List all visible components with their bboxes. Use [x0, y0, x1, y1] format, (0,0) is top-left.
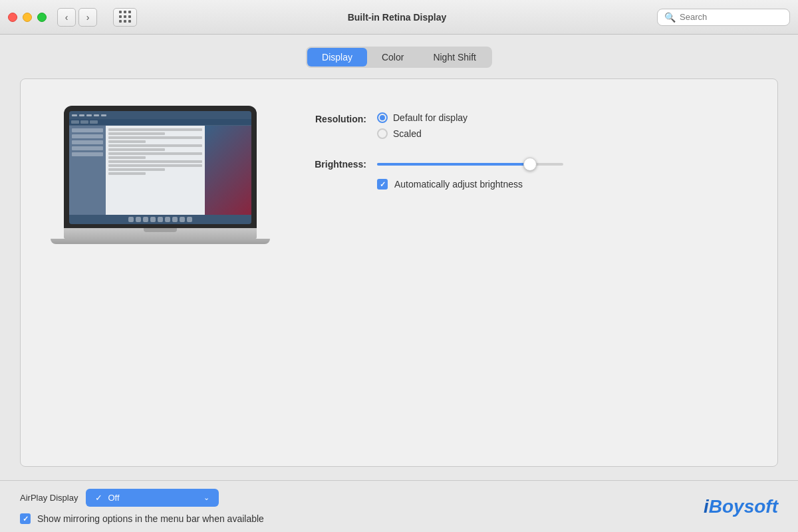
maximize-button[interactable] — [37, 13, 47, 22]
laptop-preview — [61, 106, 260, 239]
tab-display[interactable]: Display — [307, 48, 367, 66]
brightness-slider-track — [377, 163, 563, 166]
airplay-value: Off — [108, 493, 198, 503]
search-input[interactable] — [680, 12, 783, 22]
brightness-slider-fill — [377, 163, 530, 166]
tab-color[interactable]: Color — [367, 48, 418, 66]
auto-brightness-label: Automatically adjust brightness — [394, 179, 523, 190]
mirror-check-icon: ✓ — [23, 515, 29, 523]
auto-brightness-row[interactable]: ✓ Automatically adjust brightness — [377, 179, 563, 190]
bottom-left: AirPlay Display ✓ Off ⌄ ✓ Show mirroring… — [20, 489, 704, 524]
forward-button[interactable]: › — [78, 8, 97, 27]
airplay-dropdown[interactable]: ✓ Off ⌄ — [86, 489, 219, 507]
brightness-label: Brightness: — [300, 158, 366, 170]
content-panel: Resolution: Default for display Scaled — [20, 78, 778, 467]
traffic-lights — [8, 13, 47, 22]
settings-controls: Resolution: Default for display Scaled — [300, 106, 737, 190]
resolution-scaled-label: Scaled — [393, 128, 422, 139]
airplay-chevron-icon: ⌄ — [203, 493, 209, 502]
laptop-notch — [144, 228, 177, 232]
search-icon: 🔍 — [664, 12, 676, 23]
iboysoft-i-letter: i — [704, 496, 709, 517]
resolution-label: Resolution: — [300, 112, 366, 124]
tabs-container: Display Color Night Shift — [20, 35, 778, 78]
grid-icon — [119, 11, 132, 23]
iboysoft-logo: i Boysoft — [704, 496, 778, 517]
laptop-screen-outer — [64, 106, 257, 228]
checkbox-check-icon: ✓ — [380, 181, 386, 188]
iboysoft-brand-text: Boysoft — [709, 496, 778, 517]
main-content: Display Color Night Shift — [0, 35, 798, 480]
title-bar: ‹ › Built-in Retina Display 🔍 — [0, 0, 798, 35]
resolution-options: Default for display Scaled — [377, 112, 467, 139]
airplay-section: AirPlay Display ✓ Off ⌄ — [20, 489, 704, 507]
window-title: Built-in Retina Display — [137, 12, 657, 23]
close-button[interactable] — [8, 13, 17, 22]
grid-button[interactable] — [113, 8, 137, 27]
resolution-default-option[interactable]: Default for display — [377, 112, 467, 123]
airplay-check-icon: ✓ — [95, 493, 102, 503]
mirror-label: Show mirroring options in the menu bar w… — [37, 513, 264, 524]
airplay-label: AirPlay Display — [20, 493, 78, 503]
auto-brightness-checkbox[interactable]: ✓ — [377, 179, 388, 190]
laptop-screen — [69, 111, 251, 224]
resolution-scaled-radio[interactable] — [377, 128, 388, 139]
resolution-row: Resolution: Default for display Scaled — [300, 112, 737, 139]
tab-night-shift[interactable]: Night Shift — [418, 48, 491, 66]
back-button[interactable]: ‹ — [57, 8, 76, 27]
display-settings: Resolution: Default for display Scaled — [21, 79, 777, 466]
brightness-slider-container[interactable] — [377, 158, 563, 171]
resolution-scaled-option[interactable]: Scaled — [377, 128, 467, 139]
mirror-checkbox[interactable]: ✓ — [20, 513, 31, 524]
tabs-group: Display Color Night Shift — [306, 47, 492, 68]
bottom-bar: AirPlay Display ✓ Off ⌄ ✓ Show mirroring… — [0, 480, 798, 532]
mirror-row[interactable]: ✓ Show mirroring options in the menu bar… — [20, 513, 704, 524]
brightness-slider-thumb[interactable] — [523, 158, 537, 171]
minimize-button[interactable] — [23, 13, 32, 22]
resolution-default-label: Default for display — [393, 112, 467, 123]
search-bar[interactable]: 🔍 — [657, 9, 790, 26]
brightness-row: Brightness: ✓ Automaticall — [300, 158, 737, 190]
resolution-default-radio[interactable] — [377, 112, 388, 123]
nav-buttons: ‹ › — [57, 8, 97, 27]
brightness-setting: ✓ Automatically adjust brightness — [377, 158, 563, 190]
laptop-image — [64, 106, 257, 239]
laptop-base — [64, 228, 257, 239]
